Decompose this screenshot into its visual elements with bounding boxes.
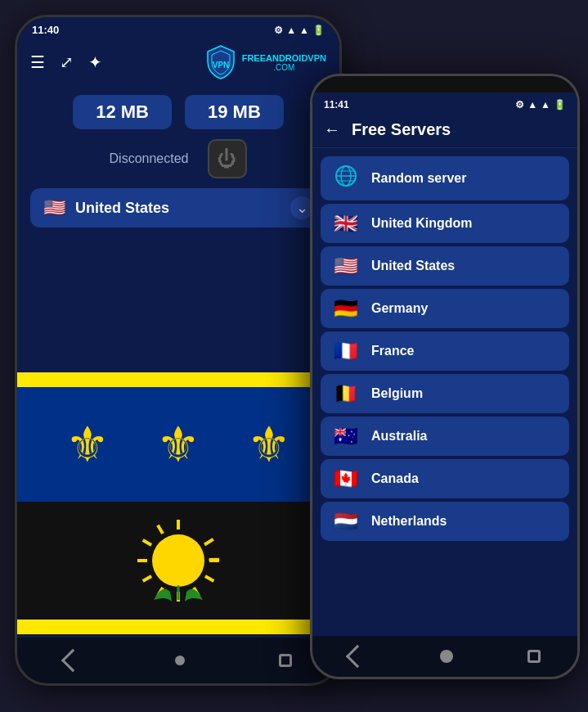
status-icons-1: ⚙ ▲ ▲ 🔋 xyxy=(274,25,325,36)
server-flag-icon: 🇺🇸 xyxy=(332,255,360,277)
flag-yellow-bottom xyxy=(17,620,339,634)
home-button-2[interactable] xyxy=(440,650,453,663)
recents-button-2[interactable] xyxy=(527,650,541,663)
phone2-screen: 11:41 ⚙ ▲ ▲ 🔋 ← Free Servers Random serv… xyxy=(312,76,577,677)
time-1: 11:40 xyxy=(32,24,59,36)
server-flag-icon: 🇫🇷 xyxy=(332,340,360,363)
flag-black-section xyxy=(17,502,339,620)
server-item[interactable]: 🇬🇧United Kingdom xyxy=(321,204,569,243)
connection-row: Disconnected ⏻ xyxy=(17,136,339,185)
bottom-nav-1 xyxy=(17,638,339,683)
phone2: 11:41 ⚙ ▲ ▲ 🔋 ← Free Servers Random serv… xyxy=(310,74,580,679)
server-title: Free Servers xyxy=(352,120,451,139)
status-icons-2: ⚙ ▲ ▲ 🔋 xyxy=(515,99,566,110)
svg-line-12 xyxy=(158,525,163,534)
connection-status: Disconnected xyxy=(110,151,189,166)
svg-line-9 xyxy=(143,576,151,581)
settings-icon-2: ⚙ xyxy=(515,99,524,110)
download-value: 12 MB xyxy=(96,101,149,122)
phone1-screen: 11:40 ⚙ ▲ ▲ 🔋 ☰ ⤢ ✦ VPN xyxy=(17,17,339,683)
server-header: ← Free Servers xyxy=(312,114,577,148)
server-flag-icon: 🇦🇺 xyxy=(332,425,360,448)
flag-blue-section: ⚜ ⚜ ⚜ xyxy=(17,387,339,502)
sun-emblem-icon xyxy=(121,503,236,618)
topbar-1: ☰ ⤢ ✦ VPN FREEANDROIDVPN .COM xyxy=(17,39,339,85)
data-cards: 12 MB 19 MB xyxy=(17,85,339,136)
power-button[interactable]: ⏻ xyxy=(208,139,247,178)
svg-text:VPN: VPN xyxy=(212,61,229,70)
phone2-notch xyxy=(312,76,577,92)
home-button-1[interactable] xyxy=(175,656,185,665)
fleur-de-lis-3: ⚜ xyxy=(247,416,291,473)
server-item[interactable]: 🇨🇦Canada xyxy=(321,459,569,498)
back-button-2[interactable]: ← xyxy=(324,120,340,139)
shield-logo-icon: VPN xyxy=(204,44,237,80)
server-item[interactable]: 🇫🇷France xyxy=(321,331,569,371)
server-name-label: Canada xyxy=(371,471,419,486)
notification-icon: ▲ xyxy=(286,25,296,36)
back-button-1[interactable] xyxy=(61,649,84,672)
fleur-de-lis-1: ⚜ xyxy=(65,416,110,473)
wifi-icon-2: ▲ xyxy=(541,99,550,110)
rate-icon[interactable]: ✦ xyxy=(88,52,102,72)
flag-yellow-top xyxy=(17,372,339,387)
country-selector[interactable]: 🇺🇸 United States ⌄ xyxy=(30,188,326,228)
server-item[interactable]: 🇦🇺Australia xyxy=(321,417,569,456)
country-name: United States xyxy=(75,200,281,217)
settings-icon: ⚙ xyxy=(274,25,283,36)
svg-line-2 xyxy=(204,537,213,548)
server-flag-icon: 🇬🇧 xyxy=(332,212,360,235)
server-name-label: United Kingdom xyxy=(371,216,473,231)
bottom-nav-2 xyxy=(312,636,577,677)
server-name-label: Australia xyxy=(371,429,427,444)
server-item[interactable]: 🇳🇱Netherlands xyxy=(321,502,569,541)
fleur-de-lis-2: ⚜ xyxy=(156,416,200,473)
status-bar-1: 11:40 ⚙ ▲ ▲ 🔋 xyxy=(17,17,339,39)
phone1: 11:40 ⚙ ▲ ▲ 🔋 ☰ ⤢ ✦ VPN xyxy=(15,15,342,686)
signal-icon: ▲ xyxy=(299,25,309,36)
server-item[interactable]: 🇺🇸United States xyxy=(321,246,569,286)
server-name-label: Netherlands xyxy=(371,514,447,529)
time-2: 11:41 xyxy=(324,99,349,110)
server-flag-icon: 🇨🇦 xyxy=(332,467,360,490)
server-flag-icon xyxy=(332,164,360,192)
status-bar-2: 11:41 ⚙ ▲ ▲ 🔋 xyxy=(312,92,577,114)
signal-icon-2: ▲ xyxy=(527,99,537,110)
server-name-label: France xyxy=(371,344,414,358)
back-button-nav-2[interactable] xyxy=(346,645,369,668)
svg-point-13 xyxy=(152,534,204,587)
upload-value: 19 MB xyxy=(208,101,261,122)
battery-icon: 🔋 xyxy=(312,25,325,36)
upload-card: 19 MB xyxy=(185,95,284,129)
server-item[interactable]: Random server xyxy=(321,156,569,201)
menu-icon[interactable]: ☰ xyxy=(30,52,45,72)
server-list: Random server🇬🇧United Kingdom🇺🇸United St… xyxy=(312,148,577,549)
server-name-label: Germany xyxy=(371,301,428,316)
flag-display: ⚜ ⚜ ⚜ xyxy=(17,372,339,634)
server-name-label: United States xyxy=(371,259,455,273)
server-flag-icon: 🇳🇱 xyxy=(332,510,360,533)
country-flag: 🇺🇸 xyxy=(43,197,65,219)
battery-icon-2: 🔋 xyxy=(554,99,566,110)
server-flag-icon: 🇧🇪 xyxy=(332,382,360,405)
recents-button-1[interactable] xyxy=(279,654,292,667)
svg-line-5 xyxy=(205,576,213,581)
guadeloupe-flag: ⚜ ⚜ ⚜ xyxy=(17,372,339,634)
svg-line-11 xyxy=(143,540,151,545)
server-name-label: Random server xyxy=(371,171,467,186)
topbar-icons: ☰ ⤢ ✦ xyxy=(30,52,102,72)
server-item[interactable]: 🇧🇪Belgium xyxy=(321,374,569,413)
share-icon[interactable]: ⤢ xyxy=(60,52,74,72)
logo-text: FREEANDROIDVPN .COM xyxy=(242,53,326,72)
server-item[interactable]: 🇩🇪Germany xyxy=(321,289,569,328)
download-card: 12 MB xyxy=(73,95,172,129)
logo-area: VPN FREEANDROIDVPN .COM xyxy=(204,44,326,80)
server-name-label: Belgium xyxy=(371,386,423,401)
server-flag-icon: 🇩🇪 xyxy=(332,297,360,320)
